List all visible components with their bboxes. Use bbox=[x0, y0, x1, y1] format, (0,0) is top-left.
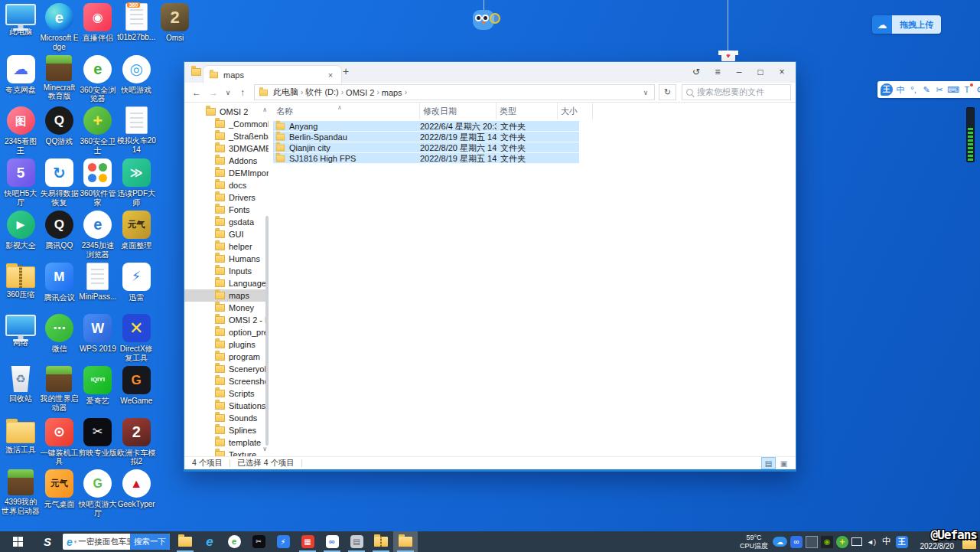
breadcrumb-segment[interactable]: OMSI 2 bbox=[343, 88, 376, 97]
history-dropdown-icon[interactable]: ∨ bbox=[223, 89, 233, 96]
file-row[interactable]: Berlin-Spandau2022/8/19 星期五 14:...文件夹 bbox=[273, 132, 579, 142]
quark-tray-icon[interactable]: ∞ bbox=[790, 536, 803, 548]
taskbar-360-browser[interactable]: e bbox=[222, 531, 246, 552]
tree-item--commonr[interactable]: _CommonR bbox=[184, 118, 269, 130]
tree-item-situations[interactable]: Situations bbox=[184, 400, 269, 412]
desktop-icon-360-safe[interactable]: +360安全卫士 bbox=[79, 106, 117, 155]
desktop-icon-t01b27bb[interactable]: 360t01b27bb... bbox=[117, 3, 155, 42]
new-tab-button[interactable]: + bbox=[339, 65, 353, 77]
tree-item-3dmgame[interactable]: 3DMGAME bbox=[184, 142, 269, 155]
desktop-icon-2345-browser[interactable]: e2345加速浏览器 bbox=[79, 211, 117, 260]
desktop-icon-zhibo-banlv[interactable]: ◉直播伴侣 bbox=[79, 3, 117, 43]
breadcrumb-segment[interactable]: 此电脑 bbox=[271, 87, 301, 98]
tree-item-scripts[interactable]: Scripts bbox=[184, 387, 269, 400]
desktop-icon-this-pc[interactable]: 此电脑 bbox=[2, 3, 40, 37]
desktop-icon-tencent-meeting[interactable]: M腾讯会议 bbox=[40, 263, 78, 302]
desktop-icon-directx-repair[interactable]: ✕DirectX修复工具 bbox=[117, 314, 155, 363]
desktop-icon-360-browser[interactable]: e360安全浏览器 bbox=[79, 55, 117, 104]
search-input[interactable]: 搜索您想要的文件 bbox=[682, 84, 791, 100]
tree-item-helper[interactable]: helper bbox=[184, 240, 269, 253]
desktop-icon-minipass[interactable]: MiniPass... bbox=[79, 263, 117, 302]
ime-keyboard-icon[interactable]: ⌨ bbox=[947, 81, 959, 98]
tree-scroll-up-icon[interactable]: ∧ bbox=[262, 106, 267, 113]
desktop-icon-zhuomian-zhengli[interactable]: 元气桌面整理 bbox=[117, 211, 155, 250]
back-button[interactable]: ← bbox=[189, 87, 204, 98]
nvidia-tray-icon[interactable]: ◉ bbox=[821, 536, 833, 548]
desktop-icon-xundu-pdf[interactable]: ≫迅读PDF大师 bbox=[117, 158, 155, 207]
drag-upload-button[interactable]: ☁ 拖拽上传 bbox=[872, 15, 941, 34]
tab-maps[interactable]: maps × bbox=[203, 65, 342, 83]
tree-item-drivers[interactable]: Drivers bbox=[184, 191, 269, 204]
desktop-icon-2345-pic-viewer[interactable]: 图2345看图王 bbox=[2, 106, 40, 155]
cpu-temp-widget[interactable]: 59°C CPU温度 bbox=[740, 534, 768, 550]
desktop-icon-xunlei[interactable]: ⚡迅雷 bbox=[117, 263, 155, 302]
taskbar-capcut[interactable]: ✂ bbox=[246, 531, 271, 552]
file-row[interactable]: Anyang2022/6/4 星期六 20:31文件夹 bbox=[273, 121, 579, 132]
tree-item-sounds[interactable]: Sounds bbox=[184, 412, 269, 424]
desktop-icon-kuaiba-h5[interactable]: 5快吧H5大厅 bbox=[2, 158, 40, 207]
tree-item-splines[interactable]: Splines bbox=[184, 424, 269, 436]
taskbar-xunlei[interactable]: ⚡ bbox=[271, 531, 295, 552]
taskbar-tool[interactable]: ▤ bbox=[344, 531, 369, 552]
window-tray-icon[interactable] bbox=[806, 536, 818, 548]
taskbar-explorer-active[interactable] bbox=[393, 531, 418, 552]
desktop-icon-qq-game[interactable]: QQQ游戏 bbox=[40, 106, 78, 146]
desktop-icon-shiyide-recovery[interactable]: ↻失易得数据恢复 bbox=[40, 158, 78, 207]
recent-tabs-icon[interactable]: ↺ bbox=[685, 62, 707, 83]
tree-scroll-down-icon[interactable]: ∨ bbox=[262, 446, 267, 452]
desktop-icon-kuaiba-game[interactable]: ◎快吧游戏 bbox=[117, 55, 155, 95]
ime-mode-tray[interactable]: 中 bbox=[881, 536, 893, 548]
network-tray-icon[interactable] bbox=[851, 537, 862, 546]
tree-item-program[interactable]: program bbox=[184, 351, 269, 363]
tree-item-gsdata[interactable]: gsdata bbox=[184, 216, 269, 228]
desktop-icon-minecraft-edu[interactable]: Minecraft 教育版 bbox=[40, 55, 78, 102]
volume-tray-icon[interactable]: ◄) bbox=[865, 536, 877, 548]
ime-pen-icon[interactable]: ✎ bbox=[921, 81, 932, 98]
forward-button[interactable]: → bbox=[206, 87, 221, 98]
shirt-pet-widget[interactable]: ♥ bbox=[721, 51, 735, 61]
file-row[interactable]: Qianjin city2022/8/20 星期六 14:...文件夹 bbox=[273, 142, 579, 153]
close-tab-icon[interactable]: × bbox=[325, 70, 336, 80]
column-header-1[interactable]: 修改日期 bbox=[420, 103, 497, 119]
taskbar-software-store[interactable]: ▦ bbox=[295, 531, 320, 552]
sogou-logo-icon[interactable]: 王 bbox=[881, 83, 893, 96]
tree-item-money[interactable]: Money bbox=[184, 302, 269, 314]
desktop-icon-wegame[interactable]: GWeGame bbox=[117, 366, 155, 406]
desktop-icon-yuanqi-desktop[interactable]: 元气元气桌面 bbox=[40, 469, 78, 509]
desktop-icon-train-sim-2014[interactable]: 模拟火车2014 bbox=[117, 106, 155, 155]
desktop-icon-360-zip[interactable]: 360压缩 bbox=[2, 263, 40, 299]
tree-item-demimport[interactable]: DEMImport bbox=[184, 167, 269, 179]
desktop-icon-wechat[interactable]: ⋯微信 bbox=[40, 314, 78, 354]
column-header-0[interactable]: 名称∧ bbox=[273, 103, 420, 119]
taskbar-ie[interactable]: e bbox=[197, 531, 222, 552]
tree-item--stra-enbal[interactable]: _Straßenbal bbox=[184, 130, 269, 142]
desktop-icon-microsoft-edge[interactable]: eMicrosoft Edge bbox=[40, 3, 78, 52]
refresh-button[interactable]: ↻ bbox=[659, 84, 676, 100]
tree-item-addons[interactable]: Addons bbox=[184, 155, 269, 167]
ime-phonetic-icon[interactable]: °, bbox=[908, 81, 919, 98]
desktop-icon-yingshi-daquan[interactable]: ▶影视大全 bbox=[2, 211, 40, 250]
thumbnail-view-button[interactable]: ▣ bbox=[777, 458, 790, 469]
tree-item-docs[interactable]: docs bbox=[184, 179, 269, 191]
taskbar-360zip[interactable] bbox=[369, 531, 393, 552]
taskbar-quark[interactable]: ∞ bbox=[320, 531, 344, 552]
details-view-button[interactable]: ▤ bbox=[762, 458, 775, 469]
desktop-icon-wps-2019[interactable]: WWPS 2019 bbox=[79, 314, 117, 354]
desktop-icon-iqiyi[interactable]: iQIYI爱奇艺 bbox=[79, 366, 117, 406]
tree-item-template[interactable]: template bbox=[184, 436, 269, 449]
tree-item-screenshots[interactable]: Screenshots bbox=[184, 375, 269, 387]
minimize-button[interactable]: – bbox=[728, 62, 750, 83]
column-header-2[interactable]: 类型 bbox=[497, 103, 558, 119]
column-header-3[interactable]: 大小 bbox=[558, 103, 593, 119]
desktop-icon-yijian-zhuangji[interactable]: ⊙一键装机工具 bbox=[40, 418, 78, 467]
ime-scissors-icon[interactable]: ✂ bbox=[934, 81, 945, 98]
tree-item-maps[interactable]: maps bbox=[184, 289, 269, 302]
weiyun-cloud-tray-icon[interactable]: ☁ bbox=[773, 537, 787, 547]
address-dropdown-icon[interactable]: ∨ bbox=[641, 89, 650, 96]
desktop-icon-tencent-qq[interactable]: Q腾讯QQ bbox=[40, 211, 78, 250]
tree-item-languages[interactable]: Languages bbox=[184, 277, 269, 289]
tree-item-inputs[interactable]: Inputs bbox=[184, 265, 269, 277]
maximize-button[interactable]: □ bbox=[750, 62, 771, 83]
desktop-icon-mc-launcher[interactable]: 我的世界启动器 bbox=[40, 366, 78, 413]
desktop-icon-4399-mc-launcher[interactable]: 4399我的世界启动器 bbox=[2, 469, 40, 516]
